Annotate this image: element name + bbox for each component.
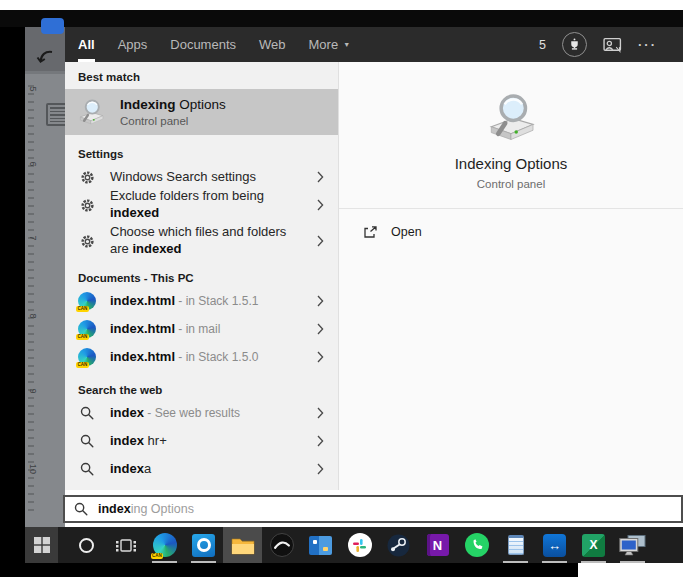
best-match-row[interactable]: Indexing Options Control panel	[65, 89, 338, 135]
chevron-right-icon	[317, 435, 324, 447]
tab-all[interactable]: All	[78, 27, 95, 62]
rewards-count: 5	[539, 38, 546, 52]
remote-desktop-icon	[619, 535, 646, 556]
taskbar-steam-button[interactable]	[379, 527, 418, 563]
web-row-2[interactable]: index hr+	[65, 427, 338, 455]
results-panel: Best match Indexing Options Control pane…	[65, 62, 338, 490]
display-app-icon	[309, 536, 332, 555]
undo-icon[interactable]	[36, 48, 54, 64]
search-icon	[78, 434, 96, 448]
background-top-band	[0, 10, 683, 27]
document-row-2[interactable]: CAN index.html - in mail	[65, 315, 338, 343]
document-ruler: 5 6 7 8 9 10	[25, 27, 65, 527]
taskbar-notepad-button[interactable]	[496, 527, 535, 563]
indexing-options-icon	[76, 98, 106, 126]
file-explorer-icon	[231, 536, 255, 555]
search-icon	[74, 502, 88, 516]
search-icon	[78, 406, 96, 420]
taskbar-edge-button[interactable]: CAN	[145, 527, 184, 563]
chevron-right-icon	[317, 199, 324, 211]
dark-circle-app-icon	[270, 533, 294, 557]
slack-icon	[348, 533, 372, 557]
preview-panel: Indexing Options Control panel Open	[338, 62, 683, 490]
start-button[interactable]	[25, 527, 58, 563]
chevron-right-icon	[317, 351, 324, 363]
search-icon	[78, 462, 96, 476]
notepad-icon	[508, 535, 524, 555]
outlook-icon	[192, 534, 215, 557]
indexing-options-icon-large	[483, 92, 539, 143]
chevron-right-icon	[317, 171, 324, 183]
divider	[339, 208, 683, 209]
chevron-right-icon	[317, 235, 324, 247]
tab-more[interactable]: More ▼	[309, 27, 351, 62]
search-flyout: All Apps Documents Web More ▼ 5 ···	[65, 27, 683, 490]
section-label-web: Search the web	[78, 383, 338, 397]
taskbar: CAN N ↔ X	[25, 527, 683, 563]
taskbar-display-app-button[interactable]	[301, 527, 340, 563]
preview-subtitle: Control panel	[339, 178, 683, 190]
taskbar-onenote-button[interactable]: N	[418, 527, 457, 563]
tab-web[interactable]: Web	[259, 27, 286, 62]
document-row-1[interactable]: CAN index.html - in Stack 1.5.1	[65, 287, 338, 315]
ruler-number: 7	[28, 231, 38, 245]
ruler-number: 9	[28, 384, 38, 398]
taskbar-task-view-button[interactable]	[106, 527, 145, 563]
excel-icon: X	[582, 534, 605, 557]
gear-icon	[78, 234, 96, 249]
taskbar-cortana-button[interactable]	[67, 527, 106, 563]
rewards-trophy-icon[interactable]	[562, 32, 587, 57]
open-action[interactable]: Open	[363, 225, 422, 239]
cortana-icon	[79, 538, 94, 553]
taskbar-whatsapp-button[interactable]	[457, 527, 496, 563]
edge-icon: CAN	[78, 292, 96, 310]
ruler-number: 8	[28, 309, 38, 323]
edge-icon: CAN	[153, 533, 177, 557]
steam-icon	[387, 534, 410, 557]
web-row-3[interactable]: indexa	[65, 455, 338, 483]
settings-row-choose-files[interactable]: Choose which files and folders are index…	[65, 219, 338, 263]
gear-icon	[78, 198, 96, 213]
taskbar-file-explorer-button[interactable]	[223, 527, 262, 563]
section-label-documents: Documents - This PC	[78, 271, 338, 285]
chevron-right-icon	[317, 323, 324, 335]
tab-documents[interactable]: Documents	[170, 27, 236, 62]
chevron-right-icon	[317, 407, 324, 419]
taskbar-remote-desktop-button[interactable]	[613, 527, 652, 563]
taskbar-excel-button[interactable]: X	[574, 527, 613, 563]
ruler-number: 10	[28, 462, 38, 476]
ruler-ticks	[28, 79, 34, 517]
search-input[interactable]: indexing Options	[63, 495, 683, 523]
feedback-icon[interactable]	[603, 37, 622, 53]
ruler-number: 6	[28, 157, 38, 171]
edge-badge: CAN	[76, 306, 89, 313]
chevron-right-icon	[317, 295, 324, 307]
settings-row-exclude-folders[interactable]: Exclude folders from being indexed	[65, 191, 338, 219]
taskbar-teamviewer-button[interactable]: ↔	[535, 527, 574, 563]
edge-badge: CAN	[76, 362, 89, 369]
taskbar-dark-app-button[interactable]	[262, 527, 301, 563]
whatsapp-icon	[465, 533, 489, 557]
best-match-subtitle: Control panel	[120, 115, 226, 127]
screen: 5 6 7 8 9 10 All Apps Documents Web More…	[0, 0, 700, 577]
onenote-icon: N	[427, 534, 449, 556]
more-options-icon[interactable]: ···	[638, 37, 657, 52]
edge-badge: CAN	[151, 553, 164, 560]
document-row-3[interactable]: CAN index.html - in Stack 1.5.0	[65, 343, 338, 371]
edge-icon: CAN	[78, 320, 96, 338]
windows-logo-icon	[34, 537, 50, 553]
tab-apps[interactable]: Apps	[118, 27, 148, 62]
settings-row-search-settings[interactable]: Windows Search settings	[65, 163, 338, 191]
taskbar-slack-button[interactable]	[340, 527, 379, 563]
edge-badge: CAN	[76, 334, 89, 341]
edge-icon: CAN	[78, 348, 96, 366]
task-view-icon	[115, 538, 137, 553]
search-filter-bar: All Apps Documents Web More ▼ 5 ···	[65, 27, 683, 62]
web-row-1[interactable]: index - See web results	[65, 399, 338, 427]
document-blue-handle	[41, 18, 64, 34]
taskbar-outlook-button[interactable]	[184, 527, 223, 563]
preview-title: Indexing Options	[339, 155, 683, 172]
background-left-column	[0, 10, 25, 577]
open-icon	[363, 226, 377, 239]
teamviewer-icon: ↔	[543, 534, 566, 557]
